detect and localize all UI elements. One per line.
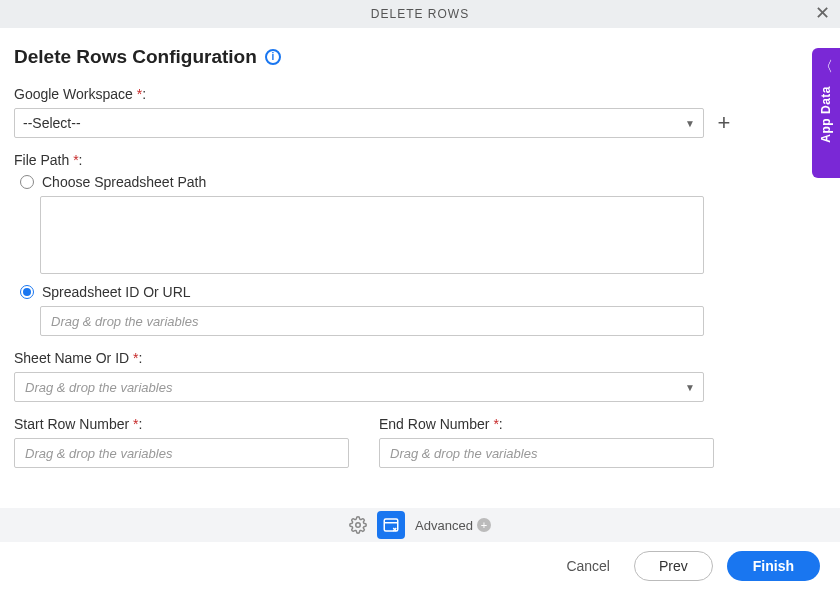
dialog-header: DELETE ROWS ✕ xyxy=(0,0,840,28)
file-path-label: File Path *: xyxy=(14,152,826,168)
sheet-name-field: Sheet Name Or ID *: Drag & drop the vari… xyxy=(14,350,826,402)
radio-unchecked-icon xyxy=(20,175,34,189)
google-workspace-field: Google Workspace *: --Select-- ▼ + xyxy=(14,86,826,138)
app-data-drawer-tab[interactable]: 〈 App Data xyxy=(812,48,840,178)
cancel-button[interactable]: Cancel xyxy=(556,552,620,580)
google-workspace-select[interactable]: --Select-- ▼ xyxy=(14,108,704,138)
start-row-label: Start Row Number *: xyxy=(14,416,349,432)
end-row-placeholder: Drag & drop the variables xyxy=(390,446,537,461)
svg-point-0 xyxy=(356,523,361,528)
row-number-row: Start Row Number *: Drag & drop the vari… xyxy=(14,416,714,468)
page-title: Delete Rows Configuration xyxy=(14,46,257,68)
spreadsheet-path-box[interactable] xyxy=(40,196,704,274)
page-title-row: Delete Rows Configuration i xyxy=(14,46,826,68)
google-workspace-label: Google Workspace *: xyxy=(14,86,826,102)
gear-icon[interactable] xyxy=(349,516,367,534)
finish-button[interactable]: Finish xyxy=(727,551,820,581)
info-icon[interactable]: i xyxy=(265,49,281,65)
choose-spreadsheet-path-radio[interactable]: Choose Spreadsheet Path xyxy=(20,174,826,190)
advanced-toggle[interactable]: Advanced + xyxy=(415,518,491,533)
dialog-title: DELETE ROWS xyxy=(371,7,469,21)
file-path-field: File Path *: Choose Spreadsheet Path Spr… xyxy=(14,152,826,336)
plus-circle-icon: + xyxy=(477,518,491,532)
google-workspace-value: --Select-- xyxy=(23,115,81,131)
start-row-placeholder: Drag & drop the variables xyxy=(25,446,172,461)
form-icon xyxy=(382,516,400,534)
add-workspace-button[interactable]: + xyxy=(714,113,734,133)
spreadsheet-id-input[interactable]: Drag & drop the variables xyxy=(40,306,704,336)
chevron-down-icon: ▼ xyxy=(685,118,695,129)
sheet-name-select[interactable]: Drag & drop the variables ▼ xyxy=(14,372,704,402)
spreadsheet-id-radio[interactable]: Spreadsheet ID Or URL xyxy=(20,284,826,300)
end-row-input[interactable]: Drag & drop the variables xyxy=(379,438,714,468)
start-row-field: Start Row Number *: Drag & drop the vari… xyxy=(14,416,349,468)
toolbar: Advanced + xyxy=(0,508,840,542)
dialog-footer: Cancel Prev Finish xyxy=(0,542,840,590)
sheet-name-placeholder: Drag & drop the variables xyxy=(25,380,172,395)
end-row-label: End Row Number *: xyxy=(379,416,714,432)
radio-checked-icon xyxy=(20,285,34,299)
prev-button[interactable]: Prev xyxy=(634,551,713,581)
spreadsheet-id-label: Spreadsheet ID Or URL xyxy=(42,284,191,300)
chevron-down-icon: ▼ xyxy=(685,382,695,393)
sheet-name-label: Sheet Name Or ID *: xyxy=(14,350,826,366)
end-row-field: End Row Number *: Drag & drop the variab… xyxy=(379,416,714,468)
dialog-content: Delete Rows Configuration i Google Works… xyxy=(0,28,840,478)
choose-spreadsheet-path-label: Choose Spreadsheet Path xyxy=(42,174,206,190)
close-icon[interactable]: ✕ xyxy=(815,4,830,22)
chevron-left-icon: 〈 xyxy=(819,58,833,76)
form-view-button[interactable] xyxy=(377,511,405,539)
spreadsheet-id-placeholder: Drag & drop the variables xyxy=(51,314,198,329)
start-row-input[interactable]: Drag & drop the variables xyxy=(14,438,349,468)
app-data-label: App Data xyxy=(819,86,833,143)
